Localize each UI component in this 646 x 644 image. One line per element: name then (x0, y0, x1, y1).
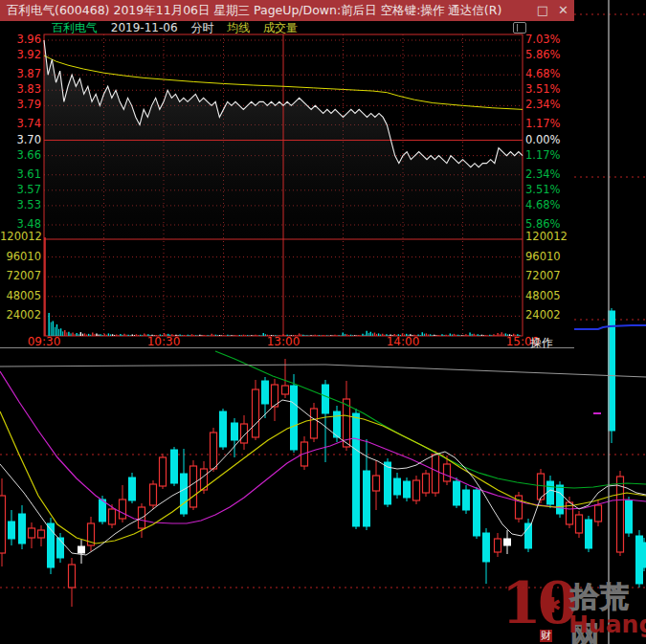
percent-axis-label: 0.00% (525, 134, 571, 146)
time-axis-label: 13:00 (267, 335, 301, 348)
price-axis-label: 3.70 (0, 134, 41, 146)
percent-axis-label: 1.17% (525, 118, 571, 130)
percent-axis-label: 2.34% (525, 168, 571, 181)
volume-axis-label: 24002 (0, 309, 41, 322)
gear-icon: ✱ (544, 593, 561, 617)
percent-axis-label: 1.17% (525, 149, 571, 162)
screen: 百利电气(600468) 2019年11月06日 星期三 PageUp/Down… (0, 0, 646, 644)
intraday-window: 百利电气(600468) 2019年11月06日 星期三 PageUp/Down… (0, 0, 574, 348)
watermark-badge: 财 (540, 630, 552, 642)
volume-axis-label: 96010 (525, 251, 571, 263)
volume-axis-label: 120012 (0, 231, 41, 243)
price-axis-label: 3.83 (0, 83, 41, 96)
price-axis-label: 3.53 (0, 199, 41, 211)
time-axis-label: 09:30 (28, 335, 61, 348)
percent-axis-label: 3.51% (525, 83, 571, 96)
percent-axis-label: 7.03% (525, 33, 571, 46)
price-axis-label: 3.74 (0, 118, 41, 130)
watermark: 10 ✱ 拾荒网 Huang.CN 财 (501, 572, 645, 641)
price-axis-label: 3.66 (0, 149, 41, 162)
action-button[interactable]: 操作 (530, 335, 553, 351)
watermark-domain: Huang.CN (568, 611, 646, 638)
price-axis-label: 3.61 (0, 168, 41, 181)
price-axis-label: 3.96 (0, 33, 41, 46)
percent-axis-label: 2.34% (525, 99, 571, 111)
price-axis-label: 3.57 (0, 184, 41, 196)
volume-axis-label: 72007 (525, 270, 571, 282)
price-axis-label: 3.92 (0, 49, 41, 61)
percent-axis-label: 5.86% (525, 49, 571, 61)
time-axis-label: 14:00 (387, 335, 420, 348)
volume-axis-label: 24002 (525, 309, 571, 322)
percent-axis-label: 4.68% (525, 68, 571, 80)
time-axis-label: 10:30 (147, 335, 181, 348)
volume-axis-label: 72007 (0, 270, 41, 282)
volume-axis-label: 48005 (0, 290, 41, 302)
price-axis-label: 3.79 (0, 99, 41, 111)
price-axis-label: 3.87 (0, 68, 41, 80)
intraday-chart[interactable] (0, 0, 574, 347)
volume-axis-label: 96010 (0, 251, 41, 263)
volume-axis-label: 48005 (525, 290, 571, 302)
watermark-number: 10 (501, 574, 574, 632)
volume-axis-label: 120012 (525, 231, 571, 243)
percent-axis-label: 4.68% (525, 199, 571, 211)
percent-axis-label: 3.51% (525, 184, 571, 196)
